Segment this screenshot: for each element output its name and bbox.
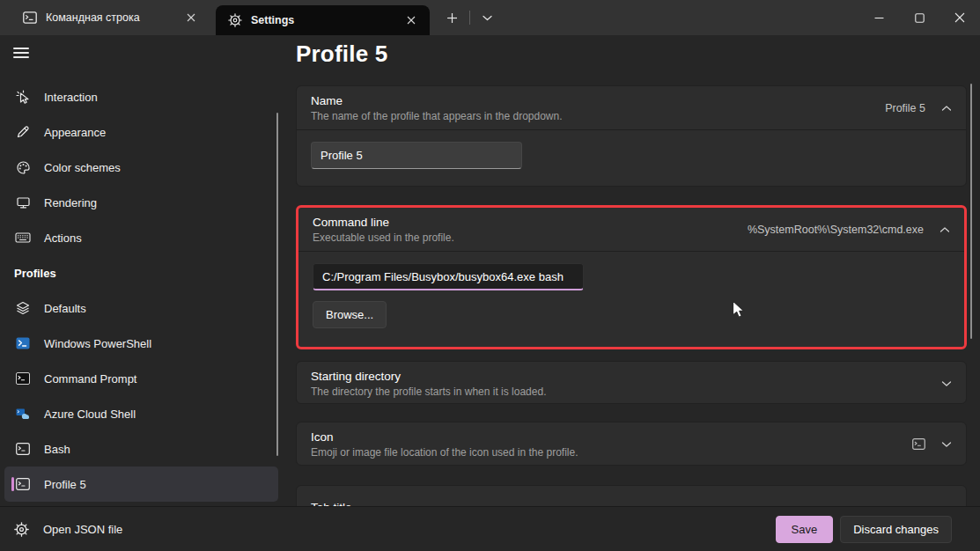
keyboard-icon	[14, 231, 32, 244]
hamburger-menu-icon[interactable]	[12, 46, 30, 60]
sidebar-item-azure-cloud-shell[interactable]: Azure Cloud Shell	[4, 396, 278, 431]
windows-terminal-settings-window: Командная строка Settings	[0, 0, 980, 551]
setting-preview-value: Profile 5	[885, 102, 925, 114]
monitor-icon	[14, 195, 32, 209]
icon-expander-header[interactable]: Icon Emoji or image file location of the…	[297, 422, 966, 466]
settings-sidebar: Interaction Appearance Color schemes Ren…	[0, 35, 291, 506]
close-tab-icon[interactable]	[180, 7, 203, 28]
setting-title: Starting directory	[311, 370, 546, 383]
gear-icon	[228, 13, 242, 27]
name-expander-header[interactable]: Name The name of the profile that appear…	[297, 86, 966, 129]
name-section-card: Name The name of the profile that appear…	[296, 85, 967, 187]
page-title: Profile 5	[296, 40, 387, 68]
titlebar: Командная строка Settings	[0, 0, 980, 35]
starting-directory-section-card: Starting directory The directory the pro…	[296, 361, 967, 404]
sidebar-item-label: Color schemes	[44, 161, 121, 174]
icon-section-card: Icon Emoji or image file location of the…	[296, 422, 967, 466]
discard-changes-button[interactable]: Discard changes	[840, 516, 952, 543]
chevron-up-icon	[941, 105, 952, 112]
profiles-section-header: Profiles	[0, 255, 291, 290]
tab-label: Командная строка	[46, 11, 180, 24]
sidebar-nav-list: Interaction Appearance Color schemes Ren…	[0, 79, 291, 502]
sidebar-item-command-prompt[interactable]: Command Prompt	[4, 361, 278, 396]
sidebar-item-bash[interactable]: Bash	[4, 431, 278, 467]
footer-bar: Open JSON file Save Discard changes	[0, 506, 980, 551]
tab-settings[interactable]: Settings	[216, 5, 430, 35]
terminal-icon	[14, 443, 32, 455]
save-button[interactable]: Save	[776, 516, 834, 543]
command-line-input[interactable]	[313, 263, 584, 290]
layers-icon	[14, 301, 32, 315]
sidebar-item-label: Defaults	[44, 302, 86, 315]
name-expander-body	[297, 129, 966, 180]
open-json-file-button[interactable]: Open JSON file	[14, 522, 122, 537]
command-line-section-card-highlighted: Command line Executable used in the prof…	[296, 205, 967, 349]
sidebar-item-label: Appearance	[44, 126, 106, 139]
new-tab-button[interactable]	[438, 5, 465, 30]
chevron-down-icon	[941, 441, 952, 448]
tab-title-expander-header[interactable]: Tab title	[297, 486, 966, 506]
powershell-icon	[14, 337, 32, 349]
sidebar-item-defaults[interactable]: Defaults	[4, 290, 278, 326]
browse-button[interactable]: Browse...	[313, 301, 387, 328]
window-controls	[858, 0, 980, 35]
cmd-icon	[14, 372, 32, 385]
tab-command-prompt[interactable]: Командная строка	[11, 0, 210, 35]
chevron-up-icon	[939, 226, 950, 233]
sidebar-item-actions[interactable]: Actions	[4, 220, 278, 255]
sidebar-item-windows-powershell[interactable]: Windows PowerShell	[4, 326, 278, 361]
tab-label: Settings	[251, 14, 400, 26]
gear-icon	[14, 522, 29, 537]
tab-title-section-card: Tab title	[296, 485, 967, 506]
settings-main-panel: Profile 5 Name The name of the profile t…	[291, 35, 980, 506]
azure-cloud-icon	[14, 408, 32, 420]
sidebar-item-label: Bash	[44, 443, 70, 456]
profile-name-input[interactable]	[311, 142, 522, 169]
setting-title: Icon	[311, 430, 578, 444]
sidebar-item-interaction[interactable]: Interaction	[4, 79, 278, 114]
main-scrollbar[interactable]	[970, 84, 972, 339]
setting-description: The directory the profile starts in when…	[311, 386, 546, 398]
profile-icon-preview	[912, 438, 925, 450]
setting-description: Emoji or image file location of the icon…	[311, 446, 578, 459]
minimize-button[interactable]	[858, 0, 899, 35]
open-json-file-label: Open JSON file	[43, 523, 122, 536]
tab-dropdown-button[interactable]	[475, 5, 499, 30]
tabbar-divider	[469, 11, 470, 25]
sidebar-item-label: Windows PowerShell	[44, 337, 151, 350]
sidebar-item-label: Interaction	[44, 91, 98, 104]
sidebar-item-rendering[interactable]: Rendering	[4, 185, 278, 220]
setting-title: Name	[311, 94, 563, 107]
sidebar-item-color-schemes[interactable]: Color schemes	[4, 150, 278, 185]
setting-description: The name of the profile that appears in …	[311, 110, 563, 122]
chevron-down-icon	[941, 380, 952, 387]
sidebar-item-label: Rendering	[44, 196, 97, 209]
maximize-button[interactable]	[899, 0, 939, 35]
sidebar-item-profile-5[interactable]: Profile 5	[4, 467, 278, 502]
setting-preview-value: %SystemRoot%\System32\cmd.exe	[748, 224, 924, 236]
sidebar-item-label: Azure Cloud Shell	[44, 408, 136, 421]
paintbrush-icon	[14, 125, 32, 139]
sidebar-scrollbar[interactable]	[276, 113, 278, 456]
sidebar-item-label: Profile 5	[44, 478, 86, 491]
sidebar-item-label: Actions	[44, 231, 82, 245]
close-window-button[interactable]	[939, 0, 980, 35]
sidebar-item-label: Command Prompt	[44, 372, 136, 386]
close-tab-icon[interactable]	[400, 10, 423, 31]
sidebar-item-appearance[interactable]: Appearance	[4, 114, 278, 150]
interaction-cursor-icon	[14, 90, 32, 105]
footer-action-buttons: Save Discard changes	[776, 516, 952, 543]
starting-directory-expander-header[interactable]: Starting directory The directory the pro…	[297, 362, 966, 404]
terminal-icon	[14, 478, 32, 490]
setting-title: Command line	[313, 216, 454, 229]
cmd-icon	[23, 11, 37, 24]
command-line-expander-header[interactable]: Command line Executable used in the prof…	[298, 208, 964, 251]
command-line-expander-body: Browse...	[298, 251, 964, 340]
selection-indicator-pill	[11, 477, 14, 491]
setting-description: Executable used in the profile.	[313, 231, 454, 244]
palette-icon	[14, 160, 32, 175]
